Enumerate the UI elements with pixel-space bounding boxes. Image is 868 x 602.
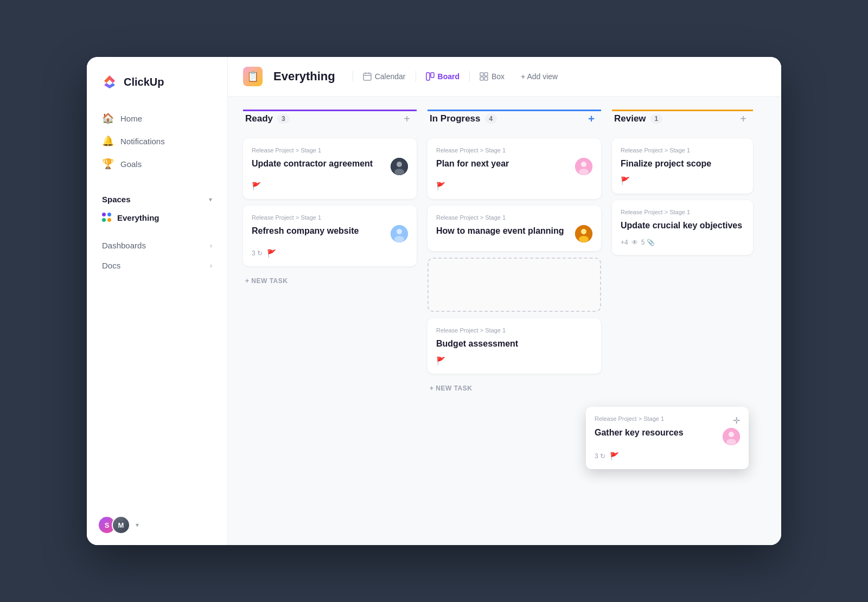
avatar-warm-icon <box>575 158 592 175</box>
footer-chevron-icon: ▾ <box>136 521 139 529</box>
svg-point-18 <box>579 236 589 242</box>
logo-text: ClickUp <box>124 76 164 88</box>
col-left-review: Review 1 <box>614 113 662 124</box>
box-tab-label: Box <box>492 72 505 81</box>
dashboards-left: Dashboards <box>102 241 146 250</box>
column-ready: Ready 3 + Release Project > Stage 1 Upda… <box>243 110 417 289</box>
goals-icon: 🏆 <box>102 158 114 170</box>
card-meta-6: Release Project > Stage 1 <box>436 327 592 334</box>
add-view-button[interactable]: + Add view <box>514 69 564 84</box>
svg-point-12 <box>394 236 404 242</box>
board-wrapper: Ready 3 + Release Project > Stage 1 Upda… <box>228 97 781 545</box>
floating-card-avatar <box>723 428 740 445</box>
sidebar-item-notifications-label: Notifications <box>120 137 165 146</box>
board-icon <box>426 72 435 81</box>
card-budget-assessment[interactable]: Release Project > Stage 1 Budget assessm… <box>427 318 601 374</box>
card-title-1: Update contractor agreement <box>252 158 386 170</box>
move-icon[interactable]: ✛ <box>733 415 740 426</box>
bell-icon: 🔔 <box>102 135 114 147</box>
sidebar-nav: 🏠 Home 🔔 Notifications 🏆 Goals <box>87 103 227 180</box>
svg-point-17 <box>581 229 586 234</box>
top-bar: 📋 Everything Calendar <box>228 57 781 97</box>
avatar-floating-icon <box>723 428 740 445</box>
card-title-3: Plan for next year <box>436 158 571 170</box>
col-count-inprogress: 4 <box>485 114 497 124</box>
svg-point-20 <box>729 432 734 437</box>
card-top-2: Refresh company website <box>252 225 408 242</box>
column-inprogress: In Progress 4 + Release Project > Stage … <box>427 110 601 396</box>
sidebar-item-docs[interactable]: Docs › <box>95 255 219 276</box>
sidebar-item-notifications[interactable]: 🔔 Notifications <box>95 130 219 152</box>
new-task-inprogress[interactable]: + NEW TASK <box>427 380 601 396</box>
app-container: ClickUp 🏠 Home 🔔 Notifications 🏆 Goals S… <box>87 57 781 545</box>
stat-count-2: 3 ↻ <box>252 249 263 257</box>
sidebar-other: Dashboards › Docs › <box>87 231 227 280</box>
flag-green-2: 🚩 <box>267 249 276 258</box>
sidebar-item-home[interactable]: 🏠 Home <box>95 107 219 130</box>
col-name-review: Review <box>614 113 646 124</box>
sidebar: ClickUp 🏠 Home 🔔 Notifications 🏆 Goals S… <box>87 57 228 545</box>
flag-red-7: 🚩 <box>621 176 630 185</box>
sidebar-item-home-label: Home <box>120 114 142 123</box>
board-container: Ready 3 + Release Project > Stage 1 Upda… <box>228 97 781 409</box>
tab-calendar[interactable]: Calendar <box>355 69 413 84</box>
stat-plus4: +4 <box>621 239 628 246</box>
card-event-planning[interactable]: Release Project > Stage 1 How to manage … <box>427 206 601 251</box>
col-add-review[interactable]: + <box>736 111 751 126</box>
card-footer-6: 🚩 <box>436 356 592 365</box>
col-add-ready[interactable]: + <box>399 111 414 126</box>
spaces-chevron-icon: ▾ <box>209 196 212 203</box>
card-footer-3: 🚩 <box>436 182 592 190</box>
col-name-inprogress: In Progress <box>430 113 481 124</box>
card-update-contractor[interactable]: Release Project > Stage 1 Update contrac… <box>243 138 417 199</box>
view-tabs: Calendar Board <box>353 69 565 84</box>
box-icon <box>480 72 488 81</box>
col-left-ready: Ready 3 <box>245 113 290 124</box>
card-meta-2: Release Project > Stage 1 <box>252 214 408 221</box>
col-add-inprogress[interactable]: + <box>584 111 599 126</box>
sidebar-item-goals-label: Goals <box>120 159 142 169</box>
tab-board[interactable]: Board <box>418 69 467 84</box>
svg-point-11 <box>397 229 402 234</box>
sidebar-docs-label: Docs <box>102 261 120 270</box>
col-name-ready: Ready <box>245 113 273 124</box>
column-review: Review 1 + Release Project > Stage 1 Fin… <box>612 110 753 255</box>
spaces-header[interactable]: Spaces ▾ <box>95 190 219 208</box>
card-plan-next-year[interactable]: Release Project > Stage 1 Plan for next … <box>427 138 601 199</box>
sidebar-item-dashboards[interactable]: Dashboards › <box>95 235 219 255</box>
flag-yellow-1: 🚩 <box>252 182 261 190</box>
col-count-review: 1 <box>650 114 663 124</box>
card-avatar-4 <box>575 225 592 242</box>
card-title-2: Refresh company website <box>252 225 386 237</box>
card-avatar-3 <box>575 158 592 175</box>
sidebar-item-goals[interactable]: 🏆 Goals <box>95 152 219 175</box>
column-header-ready: Ready 3 + <box>243 110 417 132</box>
card-refresh-website[interactable]: Release Project > Stage 1 Refresh compan… <box>243 206 417 266</box>
svg-rect-0 <box>363 73 371 80</box>
card-update-objectives[interactable]: Release Project > Stage 1 Update crucial… <box>612 200 753 254</box>
card-meta-4: Release Project > Stage 1 <box>436 214 592 221</box>
stat-attach: 5 📎 <box>641 239 655 246</box>
column-header-inprogress: In Progress 4 + <box>427 110 601 132</box>
avatar-brown-icon <box>575 225 592 242</box>
floating-stat-count: 3 ↻ <box>595 452 605 460</box>
home-icon: 🏠 <box>102 112 114 124</box>
logo[interactable]: ClickUp <box>87 57 227 103</box>
floating-flag-green: 🚩 <box>610 452 619 460</box>
docs-left: Docs <box>102 261 120 270</box>
tab-box[interactable]: Box <box>472 69 512 84</box>
card-title-7: Finalize project scope <box>621 158 744 170</box>
avatar-m: M <box>112 516 130 534</box>
avatar-stack: S M <box>98 516 130 534</box>
everything-dots-icon <box>102 213 112 222</box>
new-task-ready[interactable]: + NEW TASK <box>243 273 417 289</box>
card-finalize-scope[interactable]: Release Project > Stage 1 Finalize proje… <box>612 138 753 194</box>
flag-yellow-6: 🚩 <box>436 356 445 365</box>
card-footer-8: +4 👁 5 📎 <box>621 239 744 246</box>
calendar-tab-label: Calendar <box>375 72 406 81</box>
card-title-4: How to manage event planning <box>436 225 571 237</box>
sidebar-item-everything[interactable]: Everything <box>95 208 219 227</box>
spaces-title: Spaces <box>102 195 131 204</box>
tab-divider-3 <box>469 71 470 82</box>
card-stats-8: +4 👁 5 📎 <box>621 239 655 246</box>
